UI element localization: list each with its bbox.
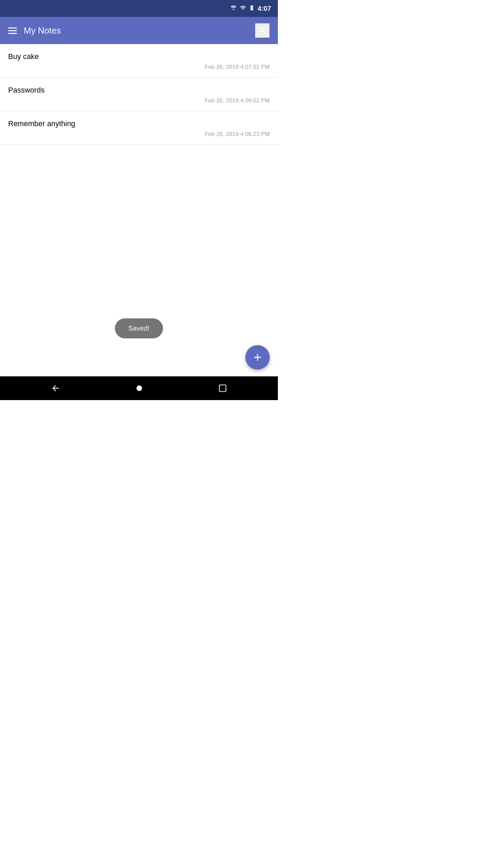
back-icon (51, 383, 60, 393)
status-time: 4:07 (258, 5, 271, 13)
status-icons: 4:07 (230, 5, 271, 13)
note-date-1: Feb 26, 2019 4:07:02 PM (8, 64, 270, 71)
menu-button[interactable] (8, 27, 17, 34)
note-item-1[interactable]: Buy cake Feb 26, 2019 4:07:02 PM (0, 44, 278, 78)
recent-apps-button[interactable] (215, 380, 230, 396)
battery-icon (249, 5, 255, 12)
note-title-1: Buy cake (8, 52, 270, 61)
bottom-nav (0, 376, 278, 400)
search-icon (258, 26, 267, 35)
signal-icon (240, 5, 246, 12)
add-icon (252, 352, 263, 363)
note-title-3: Remember anything (8, 119, 270, 128)
note-item-3[interactable]: Remember anything Feb 26, 2019 4:06:23 P… (0, 111, 278, 145)
svg-rect-1 (220, 385, 226, 392)
app-title: My Notes (24, 25, 61, 36)
empty-space (0, 176, 278, 312)
home-button[interactable] (131, 380, 147, 396)
recent-apps-icon (218, 384, 227, 393)
add-note-button[interactable] (245, 345, 270, 370)
status-bar: 4:07 (0, 0, 278, 17)
note-item-2[interactable]: Passwords Feb 26, 2019 4:06:52 PM (0, 78, 278, 111)
svg-point-0 (137, 386, 142, 391)
note-title-2: Passwords (8, 86, 270, 95)
app-bar-left: My Notes (8, 25, 61, 36)
toast-container: Saved! (0, 312, 278, 342)
note-date-3: Feb 26, 2019 4:06:23 PM (8, 131, 270, 138)
toast-message: Saved! (115, 318, 163, 338)
note-date-2: Feb 26, 2019 4:06:52 PM (8, 97, 270, 104)
app-bar: My Notes (0, 17, 278, 44)
back-button[interactable] (47, 380, 64, 396)
wifi-icon (230, 5, 237, 12)
search-button[interactable] (255, 23, 270, 38)
home-icon (135, 383, 144, 393)
notes-list: Buy cake Feb 26, 2019 4:07:02 PM Passwor… (0, 44, 278, 176)
fab-container (0, 342, 278, 376)
